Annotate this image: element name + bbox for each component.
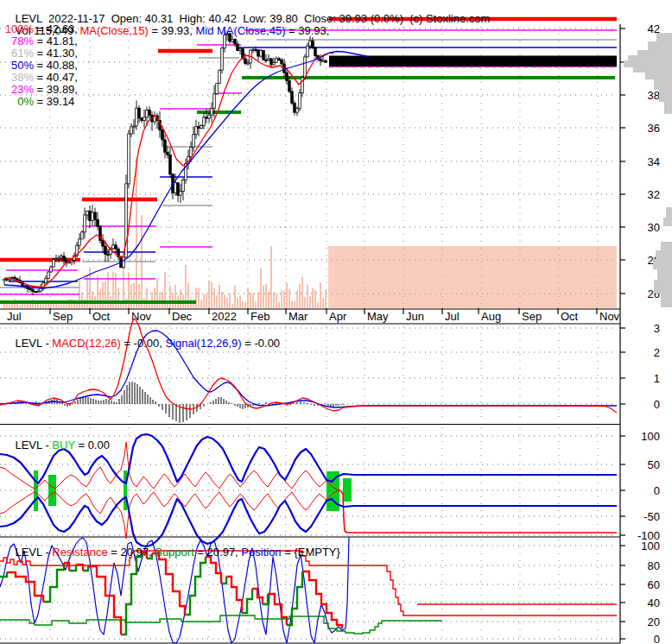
position-value: = {EMPTY} [282,546,340,559]
buy-panel-header: LEVL - BUY = 0.00 [3,427,110,464]
flat-price-band [329,56,617,67]
fib-level-value: = 40.47, [34,72,78,84]
macd-prefix: LEVL - [15,337,52,350]
fib-level-value: = 42.63, [34,23,78,35]
month-label: Jul [7,310,22,323]
buy-signal-marker [124,470,127,510]
fib-level-row: 38% = 40.47, [2,72,78,84]
month-label: 2022 [212,310,237,323]
macd-axis-label: 0 [654,398,660,411]
month-label: Dec [172,310,193,323]
buy-value: = 0.00 [75,439,110,451]
buy-axis-label: 100 [641,430,660,443]
resistance-axis-label: 60 [648,578,660,591]
support-value: = 20.97, [194,546,242,559]
month-label: Nov [131,310,152,323]
month-label: Sep [53,310,73,323]
fib-level-row: 0% = 39.14 [2,96,78,108]
buy-label: BUY [52,439,75,451]
month-label: Nov [599,310,620,323]
buy-axis-label: 50 [648,458,660,471]
buy-signal-marker [48,475,56,506]
month-label: Sep [522,310,542,323]
month-label: Oct [92,310,111,323]
macd-axis-label: 1 [654,372,660,385]
resistance-axis-label: 80 [648,559,660,572]
price-axis-label: 38 [648,89,660,102]
signal-label: Signal(12,26,9) [165,337,241,350]
res-prefix: LEVL - [15,546,52,559]
fib-level-row: 78% = 41.81, [2,35,78,47]
stock-chart-page: 4240383634323028263210100500-50-10010080… [0,0,672,644]
fib-level-pct: 78% [2,35,34,47]
fib-level-pct: 0% [2,96,34,108]
month-label: Jun [406,310,424,323]
resistance-panel-header: LEVL - Resistance = 20.97, Support = 20.… [3,534,340,571]
resistance-label: Resistance [52,546,107,559]
resistance-axis-label: 20 [648,616,660,628]
macd-panel-header: LEVL - MACD(12,26) = -0.00, Signal(12,26… [3,325,280,362]
fib-level-row: 100% = 42.63, [2,23,78,35]
position-label: Position [241,546,281,559]
fib-level-row: 61% = 41.30, [2,47,78,60]
fib-level-value: = 39.14 [34,96,74,108]
fibonacci-legend: 100% = 42.63,78% = 41.81,61% = 41.30,50%… [2,23,78,108]
month-label: Oct [561,310,579,323]
buy-axis-label: -50 [643,510,660,523]
month-label: Mar [288,310,308,323]
price-axis-label: 32 [648,188,660,201]
macd-label: MACD(12,26) [52,337,120,350]
month-label: Apr [329,310,347,323]
fib-level-pct: 100% [2,23,34,35]
fib-level-pct: 38% [2,72,34,84]
month-label: Aug [481,310,501,323]
buy-prefix: LEVL - [15,439,52,451]
buy-axis-label: 0 [654,484,660,497]
resistance-value: = 20.97, [108,546,155,559]
price-axis-label: 30 [648,221,660,234]
fib-level-row: 23% = 39.89, [2,84,78,96]
signal-value: = -0.00 [242,337,280,350]
buy-signal-marker [34,470,38,511]
resistance-axis-label: 0 [654,633,660,644]
price-axis-label: 36 [648,122,660,135]
month-label: Feb [250,310,269,323]
macd-value: = -0.00, [121,337,166,350]
macd-axis-label: 2 [654,346,660,359]
month-label: May [367,310,389,323]
buy-signal-marker [343,478,352,502]
fib-level-value: = 41.30, [34,47,78,60]
resistance-axis-label: 100 [641,540,660,552]
fib-level-row: 50% = 40.88, [2,60,78,72]
fib-level-value: = 39.89, [34,84,78,96]
support-label: Support [155,546,194,559]
fib-level-pct: 23% [2,84,34,96]
fib-level-pct: 61% [2,47,34,60]
ma15-label: MA(Close,15) [79,24,148,37]
ma15-value: = 39.93, [149,24,196,37]
fib-level-pct: 50% [2,60,34,72]
resistance-axis-label: 40 [648,597,660,609]
macd-axis-label: 3 [654,322,660,335]
price-axis-label: 34 [648,155,660,168]
fib-level-value: = 41.81, [34,35,78,47]
month-label: Jul [445,310,460,323]
fib-level-value: = 40.88, [34,60,78,72]
ma45-label: Mid MA(Close,45) [195,24,285,37]
ma45-value: = 39.93, [285,24,329,37]
volume-bars [4,157,616,308]
